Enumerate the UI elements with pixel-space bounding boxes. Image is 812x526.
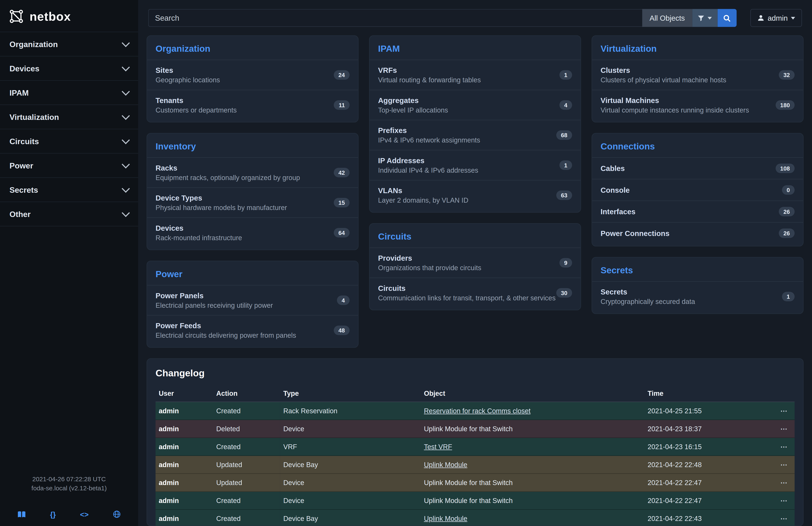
api-braces-icon[interactable]: {}: [50, 509, 56, 520]
card-item-tenants[interactable]: Tenants Customers or departments 11: [147, 90, 358, 120]
changelog-object-link[interactable]: Reservation for rack Comms closet: [424, 407, 531, 415]
sidebar-item-virtualization[interactable]: Virtualization: [0, 105, 138, 129]
row-actions-button[interactable]: ⋯: [769, 510, 795, 526]
row-actions-button[interactable]: ⋯: [769, 402, 795, 420]
row-actions-button[interactable]: ⋯: [769, 420, 795, 438]
changelog-object-link[interactable]: Uplink Module: [424, 461, 467, 469]
count-badge: 11: [334, 100, 349, 110]
card-title: Inventory: [147, 133, 358, 157]
count-badge: 1: [782, 292, 795, 301]
cell-type: Device Bay: [280, 510, 421, 526]
netbox-logo-icon: [9, 9, 24, 24]
card-title: Secrets: [592, 257, 803, 281]
chevron-down-icon: [122, 136, 130, 144]
sidebar-item-ipam[interactable]: IPAM: [0, 81, 138, 105]
search-input[interactable]: [148, 9, 642, 27]
card-title: Circuits: [370, 224, 581, 247]
globe-icon[interactable]: [113, 510, 121, 518]
sidebar-item-circuits[interactable]: Circuits: [0, 129, 138, 154]
cell-user: admin: [156, 492, 213, 510]
changelog-row: admin Created VRF Test VRF 2021-04-23 16…: [156, 438, 795, 456]
server-host-version: foda-se.local (v2.12-beta1): [0, 484, 138, 493]
card-item-virtual-machines[interactable]: Virtual Machines Virtual compute instanc…: [592, 90, 803, 120]
count-badge: 64: [334, 228, 350, 238]
row-actions-button[interactable]: ⋯: [769, 456, 795, 474]
changelog-row: admin Created Rack Reservation Reservati…: [156, 402, 795, 420]
column-header-actions: [769, 385, 795, 402]
user-icon: [757, 14, 765, 22]
card-item-power-connections[interactable]: Power Connections 26: [592, 222, 803, 244]
filter-dropdown-button[interactable]: [692, 9, 717, 27]
sidebar-item-other[interactable]: Other: [0, 202, 138, 227]
sidebar-item-power[interactable]: Power: [0, 154, 138, 178]
changelog-object-link[interactable]: Uplink Module: [424, 515, 467, 523]
object-type-button[interactable]: All Objects: [642, 9, 692, 27]
brand[interactable]: netbox: [0, 0, 138, 32]
sidebar-nav: Organization Devices IPAM Virtualization…: [0, 32, 138, 227]
row-actions-button[interactable]: ⋯: [769, 438, 795, 456]
chevron-down-icon: [122, 184, 130, 193]
count-badge: 4: [337, 296, 349, 305]
cell-time: 2021-04-22 22:43: [644, 510, 769, 526]
chevron-down-icon: [122, 63, 130, 71]
count-badge: 68: [556, 130, 572, 140]
card-item-power-panels[interactable]: Power Panels Electrical panels receiving…: [147, 285, 358, 315]
count-badge: 30: [556, 288, 572, 298]
search-button[interactable]: [717, 9, 737, 27]
count-badge: 26: [779, 229, 795, 238]
card-title: IPAM: [370, 36, 581, 60]
column-header: Time: [644, 385, 769, 402]
card-item-ip-addresses[interactable]: IP Addresses Individual IPv4 & IPv6 addr…: [370, 150, 581, 180]
cell-type: VRF: [280, 438, 421, 456]
sidebar-item-label: IPAM: [10, 88, 29, 97]
cell-user: admin: [156, 474, 213, 492]
chevron-down-icon: [122, 112, 130, 120]
sidebar-item-secrets[interactable]: Secrets: [0, 178, 138, 202]
card-item-circuits[interactable]: Circuits Communication links for transit…: [370, 278, 581, 308]
card-item-racks[interactable]: Racks Equipment racks, optionally organi…: [147, 157, 358, 187]
card-item-console[interactable]: Console 0: [592, 179, 803, 201]
card-item-device-types[interactable]: Device Types Physical hardware models by…: [147, 187, 358, 218]
dashboard-column-2: IPAM VRFs Virtual routing & forwarding t…: [369, 35, 581, 311]
dashboard-column-1: Organization Sites Geographic locations …: [147, 35, 359, 348]
user-menu-button[interactable]: admin: [750, 9, 802, 27]
sidebar-item-organization[interactable]: Organization: [0, 32, 138, 57]
card-item-sites[interactable]: Sites Geographic locations 24: [147, 60, 358, 90]
card-title: Power: [147, 261, 358, 285]
row-actions-button[interactable]: ⋯: [769, 492, 795, 510]
changelog-row: admin Updated Device Uplink Module for t…: [156, 474, 795, 492]
code-icon[interactable]: <>: [80, 509, 89, 520]
card-item-providers[interactable]: Providers Organizations that provide cir…: [370, 247, 581, 278]
user-name: admin: [768, 14, 788, 22]
server-time: 2021-04-26 07:22:28 UTC: [0, 475, 138, 484]
changelog-header-row: User Action Type Object Time: [156, 385, 795, 402]
card-item-prefixes[interactable]: Prefixes IPv4 & IPv6 network assignments…: [370, 120, 581, 150]
sidebar-item-devices[interactable]: Devices: [0, 57, 138, 81]
card-item-clusters[interactable]: Clusters Clusters of physical virtual ma…: [592, 60, 803, 90]
chevron-down-icon: [122, 160, 130, 168]
card-item-vrfs[interactable]: VRFs Virtual routing & forwarding tables…: [370, 60, 581, 90]
card-item-interfaces[interactable]: Interfaces 26: [592, 200, 803, 222]
card-item-vlans[interactable]: VLANs Layer 2 domains, by VLAN ID 63: [370, 180, 581, 210]
card-item-aggregates[interactable]: Aggregates Top-level IP allocations 4: [370, 90, 581, 120]
card-item-power-feeds[interactable]: Power Feeds Electrical circuits deliveri…: [147, 315, 358, 345]
card-item-devices[interactable]: Devices Rack-mounted infrastructure 64: [147, 217, 358, 247]
caret-down-icon: [708, 17, 712, 19]
sidebar: netbox Organization Devices IPAM Virtual…: [0, 0, 138, 526]
dashboard-column-3: Virtualization Clusters Clusters of phys…: [592, 35, 803, 314]
cell-action: Created: [213, 492, 280, 510]
card-item-secrets[interactable]: Secrets Cryptographically secured data 1: [592, 281, 803, 312]
card-item-cables[interactable]: Cables 108: [592, 157, 803, 179]
row-actions-button[interactable]: ⋯: [769, 474, 795, 492]
sidebar-item-label: Power: [10, 161, 33, 170]
chevron-down-icon: [122, 87, 130, 96]
changelog-row: admin Created Device Uplink Module for t…: [156, 492, 795, 510]
changelog-object-link[interactable]: Test VRF: [424, 443, 452, 451]
docs-book-icon[interactable]: [17, 511, 26, 518]
changelog-card: Changelog User Action Type Object Time: [147, 358, 803, 526]
changelog-object-text: Uplink Module for that Switch: [424, 479, 513, 487]
sidebar-item-label: Secrets: [10, 185, 38, 195]
changelog-object-text: Uplink Module for that Switch: [424, 425, 513, 433]
main-content: All Objects admin Organization: [138, 0, 812, 526]
cell-type: Device: [280, 474, 421, 492]
